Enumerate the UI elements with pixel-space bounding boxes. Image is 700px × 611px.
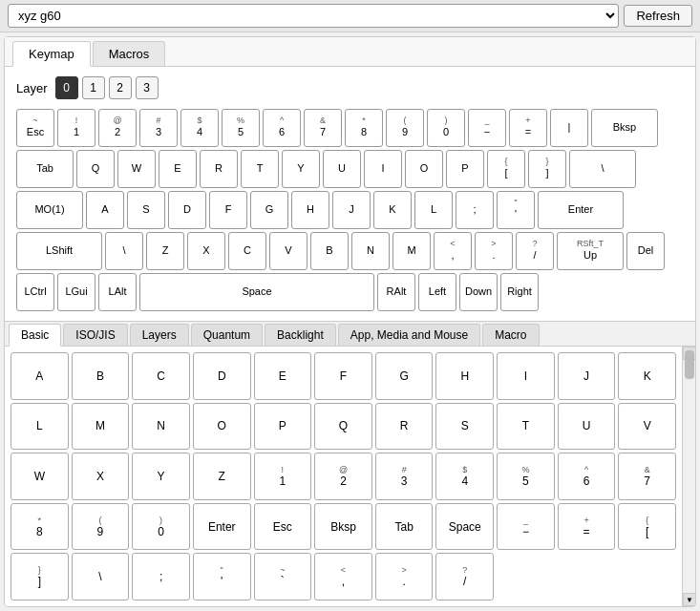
key-i[interactable]: I: [364, 150, 402, 188]
key-backslash[interactable]: \: [569, 150, 636, 188]
grid-key-40[interactable]: Space: [435, 503, 494, 551]
key-f[interactable]: F: [209, 191, 247, 229]
key-pipe[interactable]: |: [550, 109, 588, 147]
key-equals[interactable]: +=: [509, 109, 547, 147]
grid-key-31[interactable]: ^6: [558, 453, 616, 500]
key-lbracket[interactable]: {[: [487, 150, 525, 188]
grid-key-29[interactable]: $4: [435, 453, 494, 500]
key-minus[interactable]: _−: [468, 109, 506, 147]
key-k[interactable]: K: [373, 191, 412, 229]
layer-btn-2[interactable]: 2: [109, 76, 132, 99]
grid-key-48[interactable]: ~`: [254, 553, 312, 600]
key-c[interactable]: C: [228, 232, 266, 270]
grid-key-43[interactable]: {[: [618, 503, 676, 551]
key-j[interactable]: J: [332, 191, 371, 229]
tab-macros[interactable]: Macros: [93, 41, 166, 66]
grid-key-25[interactable]: Z: [193, 453, 251, 500]
key-esc[interactable]: ~Esc: [16, 109, 54, 147]
key-5[interactable]: %5: [222, 109, 260, 147]
device-select[interactable]: xyz g60: [8, 4, 619, 28]
grid-key-12[interactable]: M: [72, 403, 130, 451]
key-h[interactable]: H: [291, 191, 329, 229]
key-9[interactable]: (9: [386, 109, 424, 147]
key-g[interactable]: G: [250, 191, 288, 229]
key-7[interactable]: &7: [304, 109, 342, 147]
grid-key-39[interactable]: Tab: [375, 503, 434, 551]
bottom-tab-appmedia[interactable]: App, Media and Mouse: [338, 324, 480, 346]
key-period[interactable]: >.: [475, 232, 513, 270]
grid-key-42[interactable]: +=: [558, 503, 616, 551]
bottom-tab-backlight[interactable]: Backlight: [265, 324, 336, 346]
key-lgui[interactable]: LGui: [57, 273, 95, 311]
key-u[interactable]: U: [323, 150, 361, 188]
grid-key-36[interactable]: Enter: [193, 503, 251, 551]
key-lshift[interactable]: LShift: [16, 232, 102, 270]
grid-key-28[interactable]: #3: [375, 453, 434, 500]
key-ralt[interactable]: RAlt: [377, 273, 415, 311]
grid-key-0[interactable]: A: [11, 352, 69, 400]
grid-key-7[interactable]: H: [435, 352, 494, 400]
grid-key-30[interactable]: %5: [497, 453, 555, 500]
grid-key-34[interactable]: (9: [72, 503, 130, 551]
grid-key-4[interactable]: E: [254, 352, 312, 400]
layer-btn-1[interactable]: 1: [82, 76, 105, 99]
key-m[interactable]: M: [392, 232, 431, 270]
key-4[interactable]: $4: [180, 109, 219, 147]
key-s[interactable]: S: [127, 191, 165, 229]
scroll-down-arrow[interactable]: ▼: [683, 593, 695, 606]
grid-key-33[interactable]: *8: [11, 503, 69, 551]
grid-key-51[interactable]: ?/: [435, 553, 494, 600]
grid-key-3[interactable]: D: [193, 352, 251, 400]
key-down[interactable]: Down: [459, 273, 498, 311]
grid-key-18[interactable]: S: [435, 403, 494, 451]
grid-key-13[interactable]: N: [132, 403, 190, 451]
bottom-tab-isojis[interactable]: ISO/JIS: [63, 324, 127, 346]
key-rbracket[interactable]: }]: [528, 150, 566, 188]
key-q[interactable]: Q: [76, 150, 115, 188]
grid-key-27[interactable]: @2: [314, 453, 372, 500]
grid-key-6[interactable]: G: [375, 352, 434, 400]
grid-key-38[interactable]: Bksp: [314, 503, 372, 551]
key-x[interactable]: X: [187, 232, 225, 270]
grid-key-15[interactable]: P: [254, 403, 312, 451]
grid-key-45[interactable]: \: [72, 553, 130, 600]
key-r[interactable]: R: [200, 150, 238, 188]
key-rsft-up[interactable]: RSft_TUp: [557, 232, 624, 270]
key-v[interactable]: V: [269, 232, 308, 270]
grid-key-16[interactable]: Q: [314, 403, 372, 451]
key-e[interactable]: E: [159, 150, 197, 188]
bottom-tab-layers[interactable]: Layers: [130, 324, 189, 346]
key-lalt[interactable]: LAlt: [98, 273, 137, 311]
key-0[interactable]: )0: [427, 109, 465, 147]
layer-btn-3[interactable]: 3: [136, 76, 159, 99]
grid-key-10[interactable]: K: [618, 352, 676, 400]
grid-key-37[interactable]: Esc: [254, 503, 312, 551]
key-o[interactable]: O: [405, 150, 443, 188]
key-del[interactable]: Del: [626, 232, 665, 270]
key-comma[interactable]: <,: [434, 232, 472, 270]
grid-key-5[interactable]: F: [314, 352, 372, 400]
grid-key-24[interactable]: Y: [132, 453, 190, 500]
grid-key-50[interactable]: >.: [375, 553, 434, 600]
grid-key-32[interactable]: &7: [618, 453, 676, 500]
key-a[interactable]: A: [86, 191, 124, 229]
key-w[interactable]: W: [117, 150, 156, 188]
grid-key-44[interactable]: }]: [11, 553, 69, 600]
key-backslash2[interactable]: \: [105, 232, 143, 270]
key-p[interactable]: P: [446, 150, 484, 188]
grid-key-22[interactable]: W: [11, 453, 69, 500]
grid-key-11[interactable]: L: [11, 403, 69, 451]
key-3[interactable]: #3: [139, 109, 178, 147]
key-semicolon[interactable]: ;: [456, 191, 494, 229]
key-tab[interactable]: Tab: [16, 150, 74, 188]
key-left[interactable]: Left: [418, 273, 456, 311]
grid-key-35[interactable]: )0: [132, 503, 190, 551]
grid-key-49[interactable]: <,: [314, 553, 372, 600]
refresh-button[interactable]: Refresh: [624, 5, 692, 27]
grid-key-46[interactable]: ;: [132, 553, 190, 600]
scrollbar[interactable]: ▲ ▼: [682, 347, 695, 606]
key-l[interactable]: L: [414, 191, 453, 229]
key-n[interactable]: N: [351, 232, 390, 270]
grid-key-26[interactable]: !1: [254, 453, 312, 500]
key-8[interactable]: *8: [345, 109, 383, 147]
